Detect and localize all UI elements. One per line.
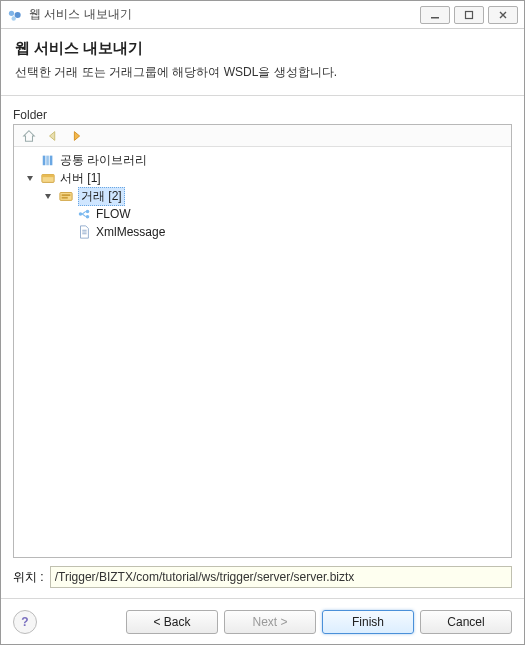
- transaction-icon: [58, 188, 74, 204]
- location-row: 위치 :: [13, 566, 512, 588]
- finish-button[interactable]: Finish: [322, 610, 414, 634]
- location-label: 위치 :: [13, 569, 44, 586]
- library-icon: [40, 152, 56, 168]
- svg-rect-5: [43, 156, 46, 166]
- next-button: Next >: [224, 610, 316, 634]
- folder-tree[interactable]: 공통 라이브러리 서버 [1]: [14, 147, 511, 557]
- page-title: 웹 서비스 내보내기: [15, 39, 510, 58]
- tree-node-xmlmessage[interactable]: XmlMessage: [20, 223, 505, 241]
- server-icon: [40, 170, 56, 186]
- wizard-footer: ? < Back Next > Finish Cancel: [1, 598, 524, 644]
- twisty-placeholder: [60, 226, 72, 238]
- svg-rect-9: [42, 175, 54, 178]
- tree-node-library[interactable]: 공통 라이브러리: [20, 151, 505, 169]
- tree-node-label: XmlMessage: [96, 225, 165, 239]
- dialog-window: 웹 서비스 내보내기 웹 서비스 내보내기 선택한 거래 또는 거래그룹에 해당…: [0, 0, 525, 645]
- tree-node-label: FLOW: [96, 207, 131, 221]
- wizard-header: 웹 서비스 내보내기 선택한 거래 또는 거래그룹에 해당하여 WSDL을 생성…: [1, 29, 524, 96]
- folder-tree-panel: 공통 라이브러리 서버 [1]: [13, 124, 512, 558]
- close-button[interactable]: [488, 6, 518, 24]
- tree-node-flow[interactable]: FLOW: [20, 205, 505, 223]
- svg-point-15: [86, 215, 90, 219]
- svg-rect-11: [62, 194, 71, 196]
- tree-node-label: 공통 라이브러리: [60, 152, 147, 169]
- window-title: 웹 서비스 내보내기: [29, 6, 132, 23]
- minimize-button[interactable]: [420, 6, 450, 24]
- maximize-button[interactable]: [454, 6, 484, 24]
- folder-label: Folder: [13, 108, 512, 122]
- svg-rect-6: [46, 156, 49, 166]
- flow-icon: [76, 206, 92, 222]
- twisty-expanded-icon[interactable]: [42, 190, 54, 202]
- button-bar: < Back Next > Finish Cancel: [126, 610, 512, 634]
- back-button[interactable]: < Back: [126, 610, 218, 634]
- location-input[interactable]: [50, 566, 512, 588]
- svg-point-2: [12, 16, 16, 20]
- document-icon: [76, 224, 92, 240]
- tree-node-server[interactable]: 서버 [1]: [20, 169, 505, 187]
- svg-rect-7: [50, 156, 53, 166]
- cancel-button[interactable]: Cancel: [420, 610, 512, 634]
- twisty-placeholder: [60, 208, 72, 220]
- svg-point-1: [15, 11, 21, 17]
- svg-rect-10: [60, 193, 72, 201]
- svg-rect-4: [466, 11, 473, 18]
- app-icon: [7, 7, 23, 23]
- tree-node-label: 거래 [2]: [78, 187, 125, 206]
- tree-toolbar: [14, 125, 511, 147]
- twisty-expanded-icon[interactable]: [24, 172, 36, 184]
- twisty-placeholder: [24, 154, 36, 166]
- help-icon: ?: [21, 615, 28, 629]
- home-icon[interactable]: [20, 127, 38, 145]
- help-button[interactable]: ?: [13, 610, 37, 634]
- titlebar: 웹 서비스 내보내기: [1, 1, 524, 29]
- back-arrow-icon[interactable]: [44, 127, 62, 145]
- tree-node-transaction[interactable]: 거래 [2]: [20, 187, 505, 205]
- wizard-content: Folder 공통 라: [1, 96, 524, 598]
- svg-point-14: [86, 210, 90, 214]
- svg-point-0: [9, 10, 14, 15]
- forward-arrow-icon[interactable]: [68, 127, 86, 145]
- svg-point-13: [79, 212, 83, 216]
- svg-rect-12: [62, 197, 68, 199]
- svg-rect-3: [431, 17, 439, 19]
- page-description: 선택한 거래 또는 거래그룹에 해당하여 WSDL을 생성합니다.: [15, 64, 510, 81]
- tree-node-label: 서버 [1]: [60, 170, 101, 187]
- window-controls: [416, 6, 518, 24]
